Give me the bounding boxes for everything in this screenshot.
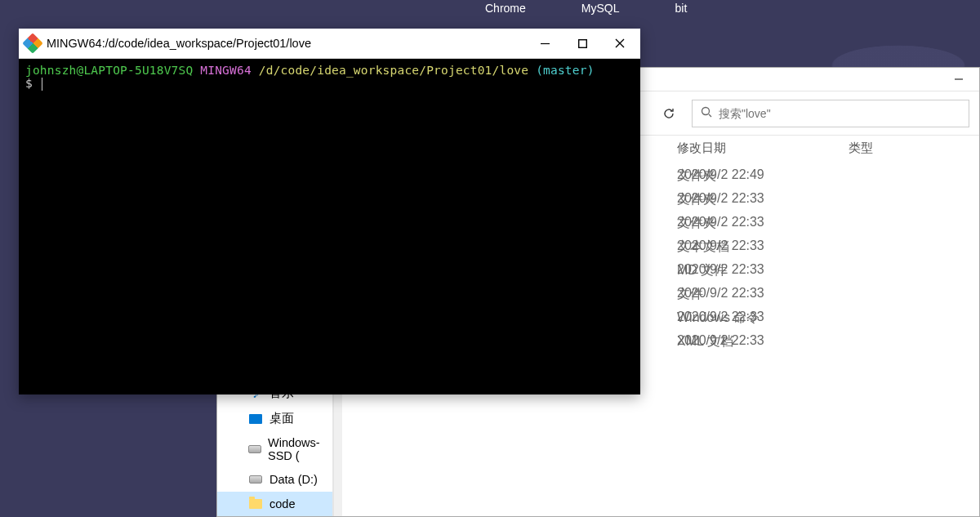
- terminal-maximize-button[interactable]: [564, 30, 601, 56]
- sidebar-item-desktop[interactable]: 桌面: [217, 406, 332, 431]
- file-type: MD 文件: [677, 262, 824, 279]
- sidebar-item-label: 桌面: [270, 411, 294, 426]
- column-header-date[interactable]: 修改日期: [677, 140, 849, 156]
- folder-icon: [248, 497, 263, 511]
- desktop-icons-row: Chrome MySQL bit: [482, 0, 690, 16]
- desktop-icon-chrome[interactable]: Chrome: [482, 0, 529, 16]
- watermark: https://blog.csdn.net/johnszh: [860, 504, 973, 514]
- terminal-close-button[interactable]: [601, 30, 639, 56]
- prompt-branch: (master): [536, 64, 594, 77]
- terminal-title: MINGW64:/d/code/idea_workspace/Project01…: [47, 37, 526, 50]
- desktop-icon-mysql[interactable]: MySQL: [578, 0, 623, 16]
- explorer-search-box[interactable]: [692, 100, 969, 127]
- disk-icon: [248, 472, 263, 487]
- file-type: XML 文档: [677, 333, 824, 350]
- terminal-cursor: [42, 78, 42, 91]
- prompt-path: /d/code/idea_workspace/Project01/love: [259, 64, 528, 77]
- terminal-body[interactable]: johnszh@LAPTOP-5U18V7SQ MINGW64 /d/code/…: [19, 59, 640, 394]
- svg-point-0: [702, 107, 710, 114]
- prompt-env: MINGW64: [200, 64, 252, 77]
- search-icon: [701, 106, 712, 121]
- file-type: Windows 命令: [677, 310, 824, 327]
- svg-rect-1: [578, 39, 586, 47]
- sidebar-item-disk-d[interactable]: Data (D:): [217, 467, 332, 492]
- explorer-minimize-button[interactable]: [940, 68, 978, 91]
- git-bash-window: MINGW64:/d/code/idea_workspace/Project01…: [19, 29, 640, 394]
- file-type: 文件夹: [677, 167, 824, 185]
- sidebar-item-code[interactable]: code: [217, 492, 332, 516]
- refresh-icon[interactable]: [656, 100, 682, 127]
- sidebar-item-label: Data (D:): [270, 473, 318, 486]
- file-type: 文本文档: [677, 238, 824, 256]
- sidebar-item-label: Windows-SSD (: [268, 436, 326, 462]
- sidebar-item-disk-c[interactable]: Windows-SSD (: [217, 431, 332, 467]
- desktop-icon-bit[interactable]: bit: [671, 0, 690, 16]
- prompt-user: johnszh@LAPTOP-5U18V7SQ: [25, 64, 193, 77]
- terminal-scrollbar[interactable]: [626, 59, 640, 394]
- git-bash-icon: [22, 33, 42, 53]
- column-header-type[interactable]: 类型: [849, 140, 979, 156]
- search-input[interactable]: [719, 107, 960, 120]
- file-type: 文件: [677, 286, 824, 303]
- file-type: 文件夹: [677, 215, 824, 232]
- file-type: 文件夹: [677, 191, 824, 208]
- sidebar-item-label: code: [270, 497, 295, 510]
- terminal-minimize-button[interactable]: [526, 30, 564, 56]
- terminal-titlebar[interactable]: MINGW64:/d/code/idea_workspace/Project01…: [19, 29, 640, 59]
- desktop-icon: [248, 412, 263, 426]
- disk-icon: [248, 442, 261, 457]
- prompt-symbol: $: [25, 77, 33, 90]
